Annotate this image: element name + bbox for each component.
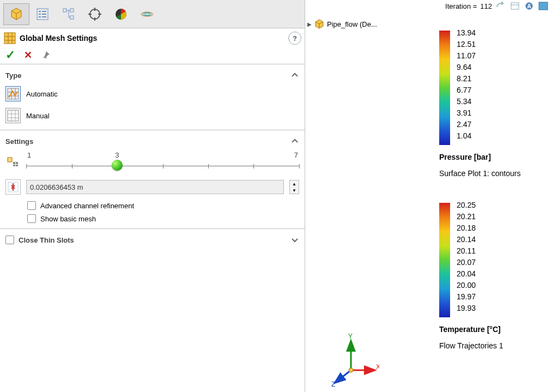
- resolution-icon: [5, 155, 21, 168]
- checkbox-advanced-refinement-label: Advanced channel refinement: [40, 202, 134, 210]
- checkbox-close-thin-slots[interactable]: [5, 236, 14, 244]
- svg-rect-15: [13, 165, 15, 166]
- collapse-type-button[interactable]: [290, 71, 299, 80]
- option-manual[interactable]: Manual: [5, 105, 299, 126]
- svg-rect-13: [13, 162, 15, 164]
- panel-title: Global Mesh Settings: [20, 34, 97, 43]
- svg-rect-2: [70, 9, 74, 12]
- tab-property-manager[interactable]: [29, 3, 56, 25]
- chevron-down-icon: [290, 236, 299, 244]
- colorbar-temperature: [439, 203, 450, 317]
- legend-temperature-values: 20.25 20.21 20.18 20.14 20.11 20.07 20.0…: [457, 200, 476, 314]
- tree-icon: [62, 7, 76, 21]
- svg-point-47: [349, 368, 353, 372]
- waves-icon: [140, 7, 154, 21]
- toolbar-icon-1[interactable]: [495, 1, 506, 11]
- collapse-settings-button[interactable]: [290, 137, 299, 146]
- mesh-icon: [3, 32, 16, 45]
- svg-rect-33: [439, 203, 450, 317]
- min-gap-icon: [5, 179, 21, 195]
- svg-rect-14: [16, 162, 18, 164]
- axes-triad[interactable]: X Y Z: [330, 332, 379, 387]
- expand-close-slots-button[interactable]: [290, 236, 299, 244]
- tab-display-manager[interactable]: [108, 3, 134, 25]
- svg-rect-16: [16, 165, 18, 166]
- svg-rect-1: [63, 9, 66, 12]
- option-automatic[interactable]: Automatic: [5, 83, 299, 105]
- ok-button[interactable]: ✓: [5, 48, 15, 62]
- toolbar-icon-2[interactable]: [509, 1, 520, 11]
- option-manual-label: Manual: [26, 112, 50, 120]
- slider-min-label: 1: [27, 151, 31, 159]
- checkbox-show-basic-mesh-label: Show basic mesh: [40, 215, 96, 223]
- section-settings-label: Settings: [5, 137, 33, 146]
- tab-feature-manager[interactable]: [3, 3, 29, 25]
- axis-x-label: X: [376, 363, 379, 371]
- legend-pressure-subtitle: Surface Plot 1: contours: [439, 169, 520, 178]
- tree-expand-button[interactable]: ▶: [307, 21, 312, 27]
- tab-flow-simulation[interactable]: [134, 3, 160, 25]
- section-settings: Settings 1 3 7: [0, 130, 305, 228]
- svg-rect-3: [70, 16, 74, 19]
- legend-pressure-values: 13.94 12.51 11.07 9.64 8.21 6.77 5.34 3.…: [457, 27, 476, 142]
- pushpin-icon: [41, 50, 51, 60]
- pin-button[interactable]: [41, 50, 51, 60]
- sphere-icon: [114, 7, 128, 21]
- section-close-slots: Close Thin Slots: [0, 229, 305, 251]
- resolution-slider[interactable]: 1 3 7: [26, 151, 299, 173]
- legend-temperature: 20.25 20.21 20.18 20.14 20.11 20.07 20.0…: [439, 203, 503, 350]
- axis-z-label: Z: [331, 381, 335, 387]
- panel-title-bar: Global Mesh Settings ?: [0, 28, 305, 46]
- svg-point-8: [144, 13, 150, 15]
- toolbar-icon-3[interactable]: A: [524, 1, 535, 11]
- help-button[interactable]: ?: [288, 32, 301, 45]
- colorbar-pressure: [439, 31, 450, 145]
- option-automatic-label: Automatic: [26, 90, 58, 98]
- svg-line-46: [336, 370, 351, 382]
- cancel-button[interactable]: ✕: [24, 49, 32, 61]
- svg-rect-9: [4, 33, 15, 44]
- tree-root-label[interactable]: Pipe_flow (De...: [327, 20, 377, 28]
- spinner-down[interactable]: ▼: [290, 187, 299, 194]
- tab-configuration-manager[interactable]: [56, 3, 82, 25]
- project-tree: ▶ Pipe_flow (De...: [307, 19, 377, 29]
- panel-actions: ✓ ✕: [0, 46, 305, 64]
- grid-manual-icon: [7, 110, 19, 122]
- iteration-status: Iteration = 112 A: [445, 1, 549, 11]
- svg-rect-22: [439, 31, 450, 145]
- graphics-viewport[interactable]: Iteration = 112 A ▶ Pipe_flow (De...: [305, 0, 552, 392]
- section-type-label: Type: [5, 71, 21, 80]
- slider-thumb[interactable]: [112, 160, 123, 171]
- chevron-up-icon: [290, 137, 299, 146]
- svg-rect-11: [8, 110, 19, 121]
- slider-max-label: 7: [294, 151, 298, 159]
- checkbox-show-basic-mesh[interactable]: [27, 214, 36, 223]
- list-icon: [35, 7, 50, 21]
- min-gap-spinner[interactable]: ▲ ▼: [289, 180, 299, 194]
- axis-y-label: Y: [348, 333, 353, 340]
- legend-temperature-subtitle: Flow Trajectories 1: [439, 341, 503, 350]
- close-thin-slots-label: Close Thin Slots: [19, 236, 74, 244]
- svg-text:A: A: [527, 3, 531, 9]
- slider-mid-label: 3: [115, 151, 119, 159]
- cube-icon: [9, 7, 23, 21]
- tab-dimxpert[interactable]: [82, 3, 108, 25]
- legend-pressure: 13.94 12.51 11.07 9.64 8.21 6.77 5.34 3.…: [439, 31, 520, 178]
- svg-rect-12: [8, 158, 12, 162]
- legend-temperature-title: Temperature [°C]: [439, 325, 503, 334]
- grid-auto-icon: [7, 88, 19, 100]
- spinner-up[interactable]: ▲: [290, 180, 299, 187]
- cube-icon: [314, 19, 325, 29]
- chevron-up-icon: [290, 71, 299, 80]
- legend-pressure-title: Pressure [bar]: [439, 153, 520, 161]
- min-gap-field[interactable]: 0.0206636453 m: [26, 180, 284, 194]
- checkbox-advanced-refinement[interactable]: [27, 201, 36, 210]
- tab-bar: [0, 0, 305, 28]
- toolbar-icon-4[interactable]: [538, 1, 549, 11]
- svg-rect-18: [511, 3, 519, 9]
- target-icon: [88, 7, 102, 21]
- svg-rect-21: [539, 2, 548, 10]
- section-type: Type Automatic Manual: [0, 64, 305, 130]
